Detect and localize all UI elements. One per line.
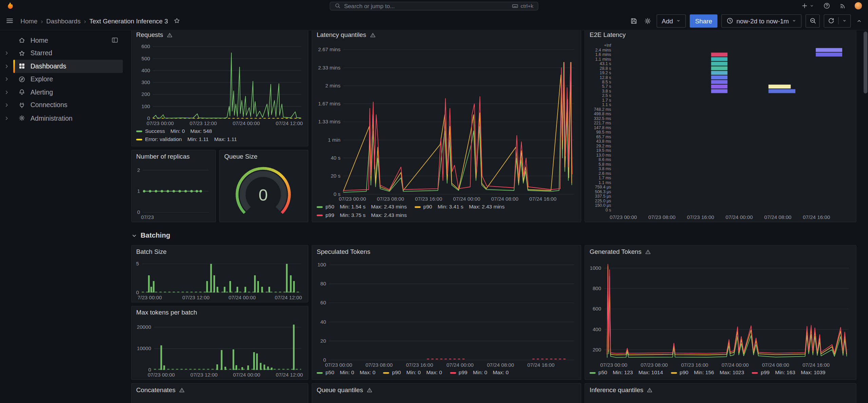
panel-header[interactable]: Max tokens per batch (132, 306, 308, 319)
caret-down-icon (676, 18, 681, 23)
star-icon (173, 17, 181, 24)
panel-legend: p50Min: 123Max: 1014p90Min: 156Max: 1023… (587, 368, 852, 378)
add-button-label: Add (662, 17, 673, 24)
breadcrumb-item[interactable]: Dashboards (46, 17, 80, 24)
panel-header[interactable]: Queue quantiles (312, 384, 581, 396)
svg-text:29.2 ms: 29.2 ms (596, 144, 611, 148)
grafana-logo-icon[interactable] (5, 2, 14, 10)
warning-icon[interactable] (370, 32, 376, 38)
help-button[interactable] (822, 1, 832, 11)
svg-text:1 min: 1 min (328, 137, 340, 143)
sidebar-item-starred[interactable]: Starred (0, 47, 126, 60)
legend-item[interactable]: p90Min: 156Max: 1023 (671, 369, 744, 377)
chart-plot: 0100002000007/23 00:0007/23 12:0007/24 0… (134, 319, 304, 378)
caret-down-icon (842, 18, 847, 23)
svg-text:506.3 µs: 506.3 µs (595, 189, 611, 194)
warning-icon[interactable] (366, 387, 373, 393)
panel-generated-tokens[interactable]: Generated Tokens200400600800100007/23 00… (585, 245, 856, 380)
chart-canvas[interactable]: 02040608010007/23 00:0007/23 08:0007/23 … (315, 258, 578, 368)
row-batching[interactable]: Batching (131, 229, 170, 242)
share-button[interactable]: Share (690, 14, 718, 27)
panel-header[interactable]: Latency quantiles (312, 31, 581, 41)
svg-text:20: 20 (320, 338, 326, 344)
panel-header[interactable]: E2E Latency (585, 31, 856, 41)
legend-item[interactable]: p50Min: 0Max: 0 (317, 369, 375, 377)
warning-icon[interactable] (647, 387, 653, 393)
collapse-controls-button[interactable] (855, 16, 864, 25)
warning-icon[interactable] (645, 248, 651, 255)
breadcrumb-item[interactable]: Text Generation Inference 3 (89, 17, 168, 24)
scrollbar-thumb[interactable] (864, 32, 867, 94)
svg-text:332.5 ms: 332.5 ms (594, 116, 611, 121)
chart-canvas[interactable]: 0100002000007/23 00:0007/23 12:0007/24 0… (134, 319, 304, 378)
panel-header[interactable]: Queue Size (220, 150, 308, 163)
news-button[interactable] (838, 1, 848, 11)
favorite-star-button[interactable] (172, 16, 182, 25)
refresh-button[interactable] (824, 14, 851, 27)
legend-item[interactable]: p90Min: 0Max: 0 (383, 369, 442, 377)
panel-e2e-latency[interactable]: E2E Latency+Inf2.4 mins1.6 mins1.1 mins4… (585, 31, 856, 222)
chart-canvas[interactable]: 0 (222, 163, 304, 221)
chart-canvas[interactable]: 010020030040050060007/23 00:0007/23 12:0… (134, 41, 304, 127)
svg-text:600: 600 (592, 306, 601, 311)
new-menu-button[interactable] (800, 1, 815, 11)
sidebar-item-label: Explore (31, 75, 53, 83)
panel-max-tokens-per-batch[interactable]: Max tokens per batch0100002000007/23 00:… (131, 306, 308, 380)
legend-min-value: Min: 156 (694, 369, 714, 377)
zoom-out-button[interactable] (806, 14, 820, 27)
mega-menu-toggle[interactable] (4, 16, 15, 26)
panel-concatenates[interactable]: Concatenates (131, 383, 308, 403)
legend-item[interactable]: p50Min: 123Max: 1014 (589, 369, 663, 377)
warning-icon[interactable] (166, 32, 172, 38)
chart-canvas[interactable]: 200400600800100007/23 00:0007/23 08:0007… (587, 258, 852, 368)
legend-item[interactable]: p50Min: 1.54 sMax: 2.43 mins (317, 203, 407, 211)
breadcrumb: Home›Dashboards›Text Generation Inferenc… (20, 17, 168, 24)
panel-number-of-replicas[interactable]: Number of replicas01207/23 (131, 150, 216, 222)
legend-item[interactable]: SuccessMin: 0Max: 548 (136, 127, 212, 135)
panel-header[interactable]: Inference quantiles (585, 384, 856, 396)
sidebar-item-alerting[interactable]: Alerting (0, 86, 126, 99)
legend-item[interactable]: Error: validationMin: 1.11Max: 1.11 (136, 136, 237, 143)
panel-queue-size[interactable]: Queue Size0 (219, 150, 308, 222)
user-avatar[interactable] (854, 2, 862, 10)
svg-text:07/23 08:00: 07/23 08:00 (377, 196, 404, 202)
panel-header[interactable]: Concatenates (132, 384, 308, 396)
legend-item[interactable]: p99Min: 163Max: 1039 (752, 369, 825, 377)
chart-canvas[interactable]: +Inf2.4 mins1.6 mins1.1 mins43.1 s28.8 s… (587, 41, 852, 221)
panel-header[interactable]: Number of replicas (132, 150, 215, 163)
search-input[interactable]: Search or jump to... ctrl+k (329, 1, 538, 10)
breadcrumb-item[interactable]: Home (20, 17, 37, 24)
sidebar-item-administration[interactable]: Administration (0, 112, 126, 125)
dock-menu-icon[interactable] (111, 37, 118, 44)
chart-canvas[interactable]: 057/23 00:0007/23 12:0007/24 00:0007/24 … (134, 258, 304, 301)
panel-speculated-tokens[interactable]: Speculated Tokens02040608010007/23 00:00… (312, 245, 581, 380)
panel-latency-quantiles[interactable]: Latency quantiles0 s20 s40 s1 min1.33 mi… (312, 31, 581, 222)
panel-header[interactable]: Requests (132, 31, 308, 41)
chevron-right-icon (0, 89, 13, 95)
warning-icon[interactable] (179, 387, 185, 393)
add-button[interactable]: Add (657, 14, 686, 27)
panel-legend: p50Min: 0Max: 0p90Min: 0Max: 0p99Min: 0M… (315, 368, 578, 378)
time-range-picker[interactable]: now-2d to now-1m (721, 14, 801, 27)
chart-canvas[interactable]: 0 s20 s40 s1 min1.33 mins1.67 mins2 mins… (315, 41, 578, 202)
panel-header[interactable]: Batch Size (132, 245, 308, 258)
sidebar-item-explore[interactable]: Explore (0, 73, 126, 86)
legend-item[interactable]: p99Min: 0Max: 0 (450, 369, 508, 377)
chart-canvas[interactable]: 01207/23 (134, 163, 212, 221)
sidebar-item-connections[interactable]: Connections (0, 99, 126, 112)
legend-item[interactable]: p99Min: 3.75 sMax: 2.43 mins (317, 211, 407, 219)
dashboard-settings-button[interactable] (643, 16, 653, 25)
breadcrumb-separator: › (84, 17, 86, 24)
panel-header[interactable]: Speculated Tokens (312, 245, 581, 258)
sidebar-item-dashboards[interactable]: Dashboards (0, 60, 126, 73)
panel-inference-quantiles[interactable]: Inference quantiles (585, 383, 856, 403)
legend-item[interactable]: p90Min: 3.41 sMax: 2.43 mins (414, 203, 505, 211)
panel-batch-size[interactable]: Batch Size057/23 00:0007/23 12:0007/24 0… (131, 245, 308, 303)
svg-text:07/24 00:00: 07/24 00:00 (233, 120, 260, 126)
panel-queue-quantiles[interactable]: Queue quantiles (312, 383, 581, 403)
save-dashboard-button[interactable] (629, 16, 639, 25)
sidebar-item-home[interactable]: Home (0, 34, 126, 47)
plus-icon (801, 2, 808, 9)
panel-header[interactable]: Generated Tokens (585, 245, 856, 258)
panel-requests[interactable]: Requests010020030040050060007/23 00:0007… (131, 31, 308, 147)
